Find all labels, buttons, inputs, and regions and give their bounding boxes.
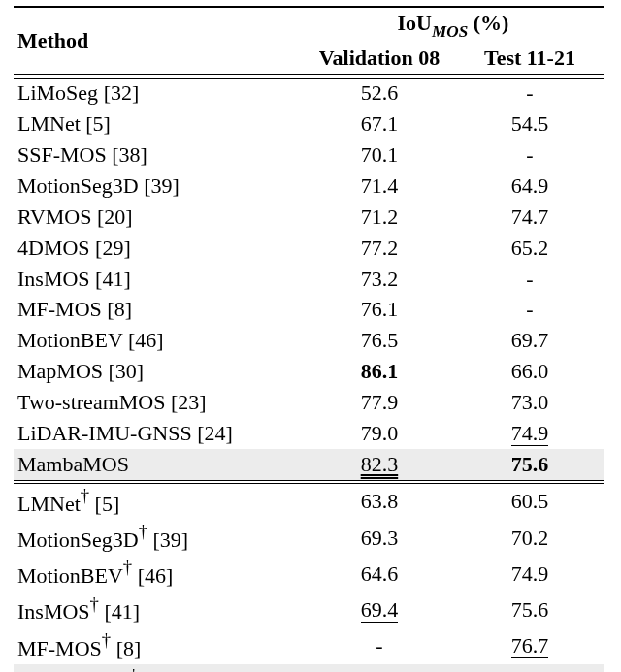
cell-val: 73.3 <box>303 664 456 672</box>
cell-test: - <box>456 140 604 171</box>
cell-test: 74.9 <box>456 418 604 449</box>
method-name: MotionSeg3D <box>17 174 139 198</box>
method-name: LiMoSeg <box>17 80 98 105</box>
dagger-icon: † <box>129 665 138 672</box>
cell-method: LMNet† [5] <box>14 484 303 520</box>
cell-method: InsMOS† [41] <box>14 592 303 627</box>
method-cite: [5] <box>81 112 111 136</box>
cell-test: 74.9 <box>456 556 604 592</box>
value-bold: 86.1 <box>361 359 399 383</box>
cell-method: LiDAR-IMU-GNSS [24] <box>14 418 303 449</box>
dagger-icon: † <box>123 557 132 577</box>
cell-test: 70.2 <box>456 520 604 556</box>
cell-test: 75.6 <box>456 592 604 627</box>
method-name: MotionSeg3D <box>17 528 139 552</box>
method-name: RVMOS <box>17 205 91 229</box>
method-name: MotionBEV <box>17 564 123 589</box>
table-row: RVMOS [20] 71.2 74.7 <box>14 202 604 233</box>
value-bold: 75.6 <box>511 452 549 476</box>
header-test: Test 11-21 <box>456 43 604 74</box>
cell-method: MambaMOS <box>14 449 303 480</box>
method-cite: [39] <box>147 528 188 552</box>
method-cite: [41] <box>90 267 131 291</box>
method-name: Two-streamMOS <box>17 390 165 414</box>
table-row: SSF-MOS [38] 70.1 - <box>14 140 604 171</box>
method-name: MapMOS <box>17 359 103 383</box>
method-name: MF-MOS <box>17 636 102 660</box>
cell-method: 4DMOS [29] <box>14 233 303 264</box>
dagger-icon: † <box>102 629 111 650</box>
cell-method: MotionSeg3D [39] <box>14 171 303 202</box>
cell-val: 82.3 <box>303 449 456 480</box>
method-name: SSF-MOS <box>17 143 107 167</box>
value-double-underline: 82.3 <box>361 452 399 476</box>
cell-test: 76.7 <box>456 628 604 664</box>
method-name: InsMOS <box>17 600 90 624</box>
table-row: LiDAR-IMU-GNSS [24] 79.0 74.9 <box>14 418 604 449</box>
cell-test: 54.5 <box>456 109 604 140</box>
cell-method: MotionBEV [46] <box>14 325 303 356</box>
method-cite: [5] <box>89 492 119 516</box>
value-underline: 76.7 <box>511 633 549 658</box>
method-cite: [20] <box>91 205 132 229</box>
method-cite: [46] <box>132 564 173 589</box>
cell-val: 77.9 <box>303 387 456 418</box>
table-row: MF-MOS† [8] - 76.7 <box>14 628 604 664</box>
value-underline: 74.9 <box>511 421 549 446</box>
table-row-highlight: MambaMOS† 73.3 80.1 <box>14 664 604 672</box>
iou-sub: MOS <box>432 22 468 41</box>
cell-val: 64.6 <box>303 556 456 592</box>
table-row: InsMOS [41] 73.2 - <box>14 264 604 295</box>
cell-val: 69.4 <box>303 592 456 627</box>
cell-val: 67.1 <box>303 109 456 140</box>
table-row: MF-MOS [8] 76.1 - <box>14 294 604 325</box>
method-cite: [41] <box>99 600 140 624</box>
table-row: InsMOS† [41] 69.4 75.6 <box>14 592 604 627</box>
rule-double-2 <box>14 480 604 484</box>
cell-test: - <box>456 78 604 109</box>
table-row: MotionBEV [46] 76.5 69.7 <box>14 325 604 356</box>
cell-method: MapMOS [30] <box>14 356 303 387</box>
cell-test: 73.0 <box>456 387 604 418</box>
cell-test: 75.6 <box>456 449 604 480</box>
table-header-row-1: Method IoUMOS (%) <box>14 7 604 43</box>
rule-double-1 <box>14 75 604 79</box>
table-row: Two-streamMOS [23] 77.9 73.0 <box>14 387 604 418</box>
method-cite: [29] <box>90 236 131 260</box>
method-name: LMNet <box>17 492 81 516</box>
cell-val: 70.1 <box>303 140 456 171</box>
method-name: LiDAR-IMU-GNSS <box>17 421 192 445</box>
table-row: 4DMOS [29] 77.2 65.2 <box>14 233 604 264</box>
table-row: MotionSeg3D [39] 71.4 64.9 <box>14 171 604 202</box>
method-name: LMNet <box>17 112 81 136</box>
header-validation: Validation 08 <box>303 43 456 74</box>
cell-method: LMNet [5] <box>14 109 303 140</box>
method-cite: [30] <box>103 359 144 383</box>
value-underline: 69.4 <box>361 597 399 623</box>
cell-method: MambaMOS† <box>14 664 303 672</box>
method-name: InsMOS <box>17 267 90 291</box>
table-row: LiMoSeg [32] 52.6 - <box>14 78 604 109</box>
cell-test: 74.7 <box>456 202 604 233</box>
cell-method: MF-MOS [8] <box>14 294 303 325</box>
cell-test: - <box>456 264 604 295</box>
cell-method: MotionBEV† [46] <box>14 556 303 592</box>
cell-method: MotionSeg3D† [39] <box>14 520 303 556</box>
table-row: MotionBEV† [46] 64.6 74.9 <box>14 556 604 592</box>
method-cite: [46] <box>122 328 163 352</box>
method-name: MambaMOS <box>17 452 129 476</box>
cell-val: 77.2 <box>303 233 456 264</box>
cell-method: SSF-MOS [38] <box>14 140 303 171</box>
dagger-icon: † <box>139 521 147 541</box>
method-cite: [8] <box>111 636 141 660</box>
method-name: 4DMOS <box>17 236 90 260</box>
table-row: LMNet [5] 67.1 54.5 <box>14 109 604 140</box>
method-cite: [38] <box>107 143 147 167</box>
cell-val: - <box>303 628 456 664</box>
cell-method: MF-MOS† [8] <box>14 628 303 664</box>
cell-method: RVMOS [20] <box>14 202 303 233</box>
cell-test: 64.9 <box>456 171 604 202</box>
table-row: MotionSeg3D† [39] 69.3 70.2 <box>14 520 604 556</box>
cell-method: LiMoSeg [32] <box>14 78 303 109</box>
method-cite: [39] <box>139 174 180 198</box>
